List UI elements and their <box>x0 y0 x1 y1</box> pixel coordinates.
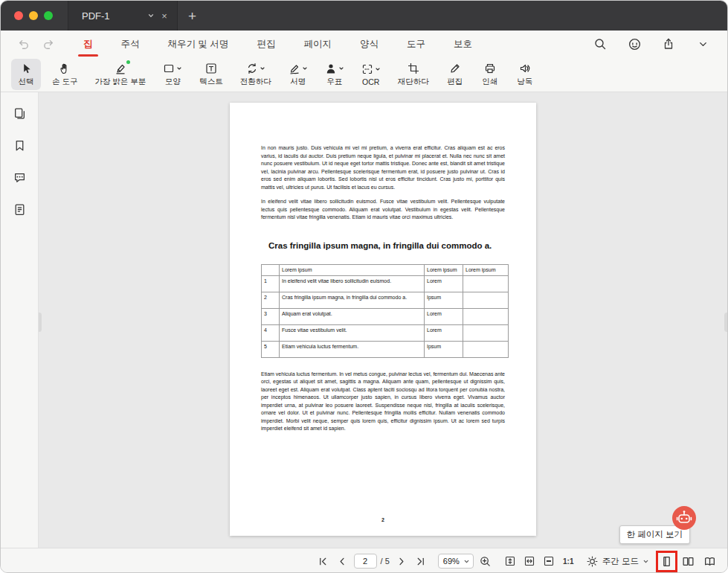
collapse-toolbar-button[interactable] <box>695 36 711 52</box>
first-page-button[interactable] <box>315 554 331 569</box>
crop-icon <box>408 62 419 74</box>
ribbon-tab-page[interactable]: 페이지 <box>289 31 346 57</box>
previous-page-icon <box>337 556 348 567</box>
tool-read-aloud[interactable]: 낭독 <box>510 59 540 90</box>
tool-stamp[interactable]: 우표 <box>319 59 350 90</box>
stamp-icon <box>325 63 337 74</box>
table-cell: 5 <box>262 341 280 357</box>
robot-icon <box>671 505 697 531</box>
single-page-view-icon <box>660 555 673 568</box>
fit-visible-button[interactable] <box>541 554 557 569</box>
table-cell: Lorem <box>425 308 463 324</box>
share-icon <box>662 37 675 51</box>
tool-label: 전환하다 <box>240 77 271 87</box>
zoom-select[interactable]: 69% <box>438 554 474 569</box>
last-page-button[interactable] <box>413 554 428 569</box>
table-cell: In eleifend velit vitae libero sollicitu… <box>280 275 425 292</box>
view-mode-select[interactable]: 주간 모드 <box>586 555 649 568</box>
search-icon <box>593 37 607 51</box>
new-tab-button[interactable]: + <box>178 9 207 23</box>
table-row: 1 In eleifend velit vitae libero sollici… <box>262 275 509 292</box>
zoom-in-button[interactable] <box>477 554 493 569</box>
table-cell <box>463 341 509 357</box>
tool-hand[interactable]: 손 도구 <box>46 59 83 90</box>
document-tab[interactable]: PDF-1 × <box>68 1 178 31</box>
fit-page-button[interactable] <box>503 554 518 569</box>
ribbon-tab-form[interactable]: 양식 <box>346 31 393 57</box>
chevron-down-icon <box>642 558 649 565</box>
table-cell <box>463 292 509 308</box>
two-page-view-button[interactable] <box>680 554 696 569</box>
tool-select[interactable]: 선택 <box>11 59 41 90</box>
tool-label: 재단하다 <box>398 77 429 87</box>
ribbon-tab-fill-sign[interactable]: 채우기 및 서명 <box>154 31 243 57</box>
ribbon-tab-annotate[interactable]: 주석 <box>107 31 154 57</box>
search-button[interactable] <box>592 36 608 52</box>
highlighter-icon <box>115 62 126 74</box>
tab-close-icon[interactable]: × <box>158 9 171 22</box>
ribbon-tab-protect[interactable]: 보호 <box>439 31 486 57</box>
shape-icon <box>163 63 175 74</box>
tool-print[interactable]: 인쇄 <box>475 59 505 90</box>
page-thumbnails-icon <box>13 107 26 120</box>
tool-shape[interactable]: 모양 <box>157 59 188 90</box>
ribbon-tab-edit[interactable]: 편집 <box>242 31 289 57</box>
zoom-in-icon <box>479 555 492 568</box>
sidebar-resize-handle[interactable] <box>39 313 42 332</box>
active-color-dot <box>126 60 130 64</box>
close-window-button[interactable] <box>14 11 23 20</box>
single-page-view-button[interactable] <box>659 554 674 569</box>
tool-label: 낭독 <box>517 77 532 87</box>
document-heading: Cras fringilla ipsum magna, in fringilla… <box>261 240 499 252</box>
document-canvas[interactable]: In non mauris justo. Duis vehicula mi ve… <box>39 92 727 548</box>
actual-size-button[interactable]: 1:1 <box>561 554 576 569</box>
table-cell <box>463 324 509 341</box>
pencil-icon <box>449 62 461 74</box>
book-view-button[interactable] <box>702 554 718 569</box>
minimize-window-button[interactable] <box>29 11 38 20</box>
comments-panel-button[interactable] <box>10 168 28 186</box>
bookmarks-panel-button[interactable] <box>10 136 28 154</box>
fit-controls: 1:1 <box>503 554 576 569</box>
next-page-button[interactable] <box>393 554 409 569</box>
ribbon-tab-home[interactable]: 집 <box>69 31 107 57</box>
tool-convert[interactable]: 전환하다 <box>234 59 277 90</box>
annotation-list-icon <box>13 203 26 216</box>
undo-icon <box>17 38 30 51</box>
zoom-level-value: 69% <box>443 557 460 566</box>
comments-icon <box>13 171 26 184</box>
previous-page-button[interactable] <box>335 554 350 569</box>
tool-label: 가장 밝은 부분 <box>94 77 146 87</box>
chevron-down-icon <box>302 65 308 71</box>
tool-edit[interactable]: 편집 <box>440 59 470 90</box>
thumbnails-panel-button[interactable] <box>10 104 28 122</box>
right-panel-resize-handle[interactable] <box>724 313 727 332</box>
ribbon-tab-tools[interactable]: 도구 <box>393 31 439 57</box>
ai-assistant-menu-button[interactable] <box>626 36 642 52</box>
pdf-page[interactable]: In non mauris justo. Duis vehicula mi ve… <box>230 103 536 536</box>
document-tab-title: PDF-1 <box>82 10 144 22</box>
ribbon-tab-bar: 집 주석 채우기 및 서명 편집 페이지 양식 도구 보호 <box>1 31 727 57</box>
tool-bar: 선택 손 도구 가장 밝은 부분 모양 텍스트 <box>1 57 727 92</box>
redo-button[interactable] <box>39 35 57 53</box>
tool-highlight[interactable]: 가장 밝은 부분 <box>88 59 152 90</box>
tool-text[interactable]: 텍스트 <box>193 59 229 90</box>
share-button[interactable] <box>660 36 677 52</box>
document-table: Lorem ipsum Lorem ipsum Lorem ipsum 1 In… <box>261 264 509 358</box>
paragraph: Etiam vehicula luctus fermentum. In vel … <box>261 371 505 433</box>
chevron-down-icon <box>463 558 470 565</box>
tool-crop[interactable]: 재단하다 <box>392 59 435 90</box>
left-sidebar <box>1 92 39 548</box>
fit-page-icon <box>504 555 516 567</box>
tab-dropdown-icon[interactable] <box>144 9 158 22</box>
page-number-input[interactable] <box>354 554 377 569</box>
undo-button[interactable] <box>14 35 32 53</box>
tool-ocr[interactable]: OCR <box>355 60 387 89</box>
ai-assistant-button[interactable] <box>671 505 697 531</box>
annotation-list-panel-button[interactable] <box>10 200 28 218</box>
zoom-window-button[interactable] <box>44 11 53 20</box>
fit-width-button[interactable] <box>522 554 538 569</box>
main-area: In non mauris justo. Duis vehicula mi ve… <box>1 92 727 548</box>
fit-visible-icon <box>543 555 555 567</box>
tool-sign[interactable]: 서명 <box>283 59 314 90</box>
